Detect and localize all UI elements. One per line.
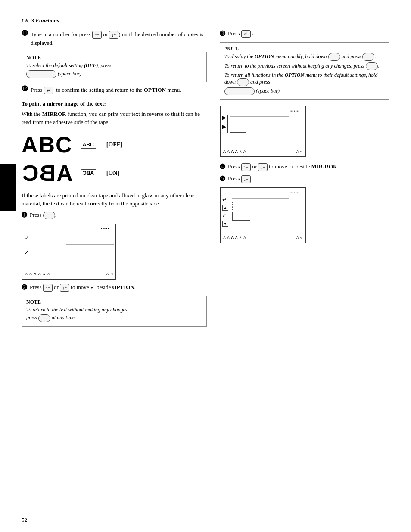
screen-chars-2: A A A A ∧ A A < — [222, 149, 303, 154]
right-column: ➌ Press ↵ . NOTE To display the OPTION m… — [220, 30, 389, 330]
abc-mirror-text: ABC — [22, 160, 73, 186]
note-1-text: To select the default setting (OFF), pre… — [26, 62, 202, 69]
key-down-2[interactable]: ↓− — [60, 284, 69, 292]
screen-right-content — [35, 233, 114, 246]
item-3-number: ➌ — [220, 30, 225, 37]
screen-top-1: ▪▪▪▪▪ − — [24, 226, 114, 231]
screen-left-2: ▶ ▶ — [222, 115, 228, 133]
page-number: 52 — [22, 516, 27, 523]
note-2-press: press at any time. — [26, 314, 202, 322]
mirror-row-off: ABC ABC [OFF] — [22, 132, 207, 158]
item-4-content: Press ↑+ or ↓− to move → beside MIR-ROR. — [228, 163, 339, 171]
screen-chars-1: A A A A ∧ A A < — [24, 272, 114, 276]
note-title-3: NOTE — [224, 45, 385, 52]
note-3-line3: To return all functions in the OPTION me… — [224, 72, 385, 86]
screen-tri-down: ▼ — [222, 221, 228, 227]
item-2: ➋ Press ↑+ or ↓− to move ✓ beside OPTION… — [22, 284, 207, 292]
item-5-text: Press ↓− . — [228, 175, 253, 182]
key-down-4[interactable]: ↓− — [258, 163, 268, 171]
key-oval-n3b[interactable] — [362, 53, 374, 61]
screen-right-3 — [232, 196, 303, 227]
abc-label-off: ABC — [81, 141, 96, 149]
item-11: ⓫ Type in a number (or press ↑+ or ↓−) u… — [22, 30, 207, 47]
sc3: A — [34, 272, 37, 276]
sc7: A — [106, 272, 109, 276]
note-box-2: NOTE To return to the text without makin… — [22, 296, 207, 327]
screen-tri-up: ▲ — [222, 205, 228, 211]
screen-top-2: ▪▪▪▪▪ − — [222, 108, 303, 113]
screen-inner-1: ▪▪▪▪▪ − ○ ✓ — [24, 226, 114, 277]
key-oval-n3d[interactable] — [237, 78, 249, 86]
item-2-number: ➋ — [22, 283, 27, 291]
key-down[interactable]: ↓− — [109, 31, 118, 39]
note-title-1: NOTE — [26, 55, 202, 61]
item-5: ➎ Press ↓− . — [220, 175, 389, 183]
item-12-text: Press ↵ to confirm the setting and retur… — [31, 87, 181, 93]
screen-display-3: ▪▪▪▪▪ − ↵ ▲ ✓ ▼ — [220, 187, 306, 243]
note-3-line4: (space bar). — [224, 87, 385, 95]
screen-line-1 — [47, 236, 114, 236]
sc2: A — [29, 272, 32, 276]
item-12: ⓬ Press ↵ to confirm the setting and ret… — [22, 86, 207, 94]
screen-bottom-1: A A A A ∧ A A < — [24, 271, 114, 276]
screen-inner-2: ▪▪▪▪▪ − ▶ ▶ — [222, 108, 303, 155]
item-3: ➌ Press ↵ . — [220, 30, 389, 38]
screen-left-3: ↵ ▲ ✓ ▼ — [222, 196, 230, 227]
screen-dots-3: ▪▪▪▪▪ — [291, 191, 299, 195]
mirror-demo: ABC ABC [OFF] ABC ABC [ON] — [22, 132, 207, 186]
screen-chars-3: A A A A ∧ A A < — [222, 236, 303, 240]
item-4: ➍ Press ↑+ or ↓− to move → beside MIR-RO… — [220, 163, 389, 171]
item-4-text: Press ↑+ or ↓− to move → beside MIR-ROR. — [228, 163, 339, 170]
note-3-line1: To display the OPTION menu quickly, hold… — [224, 53, 385, 61]
mirror-row-on: ABC ABC [ON] — [22, 160, 207, 186]
item-12-content: Press ↵ to confirm the setting and retur… — [31, 86, 181, 94]
item-1: ➊ Press . — [22, 212, 207, 219]
screen-dash-3: − — [301, 190, 303, 195]
key-enter-1[interactable]: ↵ — [44, 87, 53, 94]
note-box-3: NOTE To display the OPTION menu quickly,… — [220, 42, 389, 100]
item-5-content: Press ↓− . — [228, 175, 253, 183]
screen-display-1: ▪▪▪▪▪ − ○ ✓ — [22, 224, 116, 280]
item-1-text: Press . — [30, 212, 56, 218]
chapter-title: Ch. 3 Functions — [22, 17, 389, 24]
screen-line-3a — [232, 198, 289, 199]
key-spacebar-1[interactable] — [26, 70, 56, 78]
screen-line-2 — [66, 244, 114, 245]
screen-solid-box — [232, 212, 250, 221]
sc5: ∧ — [43, 272, 46, 276]
item-2-content: Press ↑+ or ↓− to move ✓ beside OPTION. — [30, 284, 136, 292]
body-mirror-clear: If these labels are printed on clear tap… — [22, 191, 207, 208]
item-1-number: ➊ — [22, 211, 27, 219]
footer-line — [31, 520, 389, 520]
screen-bottom-2: A A A A ∧ A A < — [222, 149, 303, 154]
key-enter-3[interactable]: ↵ — [241, 30, 251, 38]
screen-display-2: ▪▪▪▪▪ − ▶ ▶ — [220, 106, 306, 157]
screen-dash-1: − — [111, 226, 114, 231]
screen-check-3: ✓ — [222, 213, 228, 218]
screen-left-icons: ○ ✓ — [24, 233, 31, 256]
item-4-number: ➍ — [220, 163, 225, 171]
abc-normal-text: ABC — [22, 132, 73, 158]
sc8: < — [111, 272, 113, 276]
screen-dashed-box — [232, 202, 250, 210]
sc4: A — [38, 272, 41, 276]
key-up-4[interactable]: ↑+ — [241, 163, 251, 171]
item-1-content: Press . — [30, 212, 56, 219]
key-oval-1[interactable] — [43, 212, 55, 219]
key-oval-n3c[interactable] — [366, 62, 378, 70]
key-down-5[interactable]: ↓− — [241, 175, 251, 183]
screen-content-2: ▶ ▶ — [222, 115, 303, 133]
item-5-number: ➎ — [220, 175, 225, 183]
screen-line-r1 — [230, 116, 289, 117]
key-up[interactable]: ↑+ — [92, 31, 102, 39]
screen-dots-1: ▪▪▪▪▪ — [101, 227, 109, 230]
key-oval-n3a[interactable] — [328, 53, 340, 61]
screen-inner-3: ▪▪▪▪▪ − ↵ ▲ ✓ ▼ — [222, 190, 303, 241]
key-spacebar-n3[interactable] — [224, 87, 255, 95]
page: Ch. 3 Functions ⓫ Type in a number (or p… — [0, 0, 411, 532]
page-footer: 52 — [22, 516, 389, 523]
key-oval-note2[interactable] — [38, 314, 50, 322]
key-up-2[interactable]: ↑+ — [43, 284, 53, 292]
screen-check-icon: ✓ — [24, 249, 29, 256]
screen-enter-icon: ↵ — [222, 196, 228, 203]
